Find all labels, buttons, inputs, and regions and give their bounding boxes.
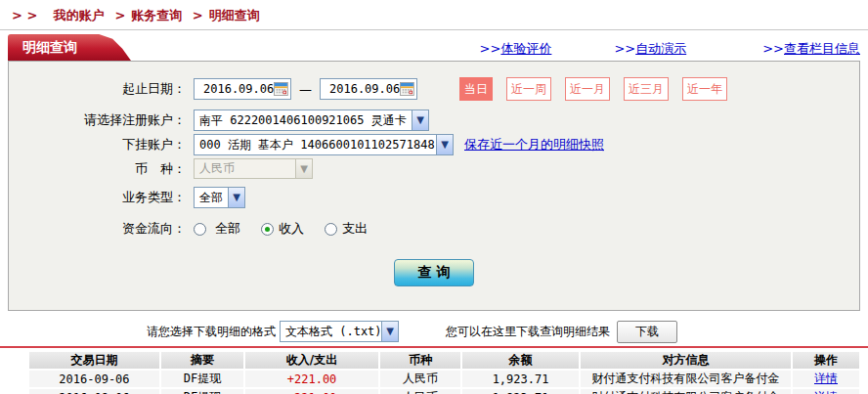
detail-link[interactable]: 详情 [814, 372, 838, 385]
flow-option-label: 收入 [279, 220, 304, 238]
breadcrumb-item-account-query[interactable]: 账务查询 [131, 8, 182, 22]
divider [0, 29, 868, 30]
download-hint: 您可以在这里下载查询明细结果 [446, 324, 610, 340]
cell-amount: +221.00 [245, 371, 378, 387]
date-range-row: 起止日期： 2016.09.06 — 2016.09.06 当日 近一周 近一月… [9, 77, 859, 101]
link-experience-review[interactable]: >>体验评价 [480, 40, 552, 58]
sub-account-row: 下挂账户： 000 活期 基本户 1406600101102571848 ▼ 保… [9, 134, 859, 155]
download-format-select[interactable]: 文本格式 (.txt) ▼ [280, 321, 399, 342]
cell-summary: DF提现 [161, 371, 243, 387]
table-header-row: 交易日期 摘要 收入/支出 币种 余额 对方信息 操作 [29, 352, 859, 369]
tab-title: 明细查询 [22, 39, 77, 55]
cell-summary: DF提现 [161, 389, 243, 394]
calendar-icon[interactable] [400, 81, 414, 97]
link-view-column-info[interactable]: >>查看栏目信息 [762, 40, 860, 58]
date-range-label: 起止日期： [9, 80, 186, 98]
radio-icon[interactable] [194, 223, 206, 236]
results-table: 交易日期 摘要 收入/支出 币种 余额 对方信息 操作 2016-09-06 D… [27, 350, 861, 394]
cell-currency: 人民币 [380, 389, 460, 394]
date-to-input[interactable]: 2016.09.06 [320, 78, 417, 100]
link-label: 自动演示 [635, 41, 686, 56]
header-date: 交易日期 [29, 352, 159, 369]
link-label: 查看栏目信息 [784, 41, 860, 56]
quick-range-year-button[interactable]: 近一年 [682, 77, 727, 101]
download-row: 请您选择下载明细的格式 文本格式 (.txt) ▼ 您可以在这里下载查询明细结果… [0, 320, 868, 343]
quick-range-month-button[interactable]: 近一月 [565, 77, 610, 101]
cell-amount: +221.00 [245, 389, 378, 394]
flow-option-all[interactable]: 全部 [194, 220, 240, 238]
breadcrumb-item-detail-query[interactable]: 明细查询 [209, 8, 260, 22]
register-account-label: 请选择注册账户： [9, 111, 186, 129]
link-prefix: >> [480, 41, 501, 56]
register-account-value: 南平 6222001406100921065 灵通卡 [195, 112, 412, 129]
calendar-icon[interactable] [274, 81, 288, 97]
date-to-value: 2016.09.06 [321, 82, 400, 96]
biz-type-row: 业务类型： 全部 ▼ [9, 187, 859, 208]
header-amount: 收入/支出 [245, 352, 378, 369]
quick-range-week-button[interactable]: 近一周 [506, 77, 551, 101]
chevron-down-icon[interactable]: ▼ [412, 110, 428, 130]
header-counterparty: 对方信息 [581, 352, 791, 369]
chevron-down-icon[interactable]: ▼ [436, 135, 453, 154]
chevron-down-icon[interactable]: ▼ [228, 188, 244, 207]
download-button[interactable]: 下载 [617, 321, 677, 343]
cell-counterparty: 财付通支付科技有限公司客户备付金 [581, 389, 791, 394]
table-row: 2016-09-06 DF提现 +221.00 人民币 1,923.71 财付通… [29, 389, 859, 394]
breadcrumb-prefix: > > [12, 8, 37, 22]
sub-account-label: 下挂账户： [9, 136, 186, 153]
cell-currency: 人民币 [380, 371, 460, 387]
page: > > 我的账户 >账务查询 >明细查询 明细查询 >>体验评价 >>自动演示 … [0, 0, 868, 394]
breadcrumb-separator: > [114, 8, 125, 22]
biz-type-label: 业务类型： [9, 189, 186, 206]
biz-type-select[interactable]: 全部 ▼ [194, 187, 245, 208]
header-currency: 币种 [380, 352, 460, 369]
breadcrumb-item-my-account[interactable]: 我的账户 [54, 8, 105, 22]
cell-balance: 1,923.71 [462, 371, 579, 387]
cell-action: 详情 [793, 371, 859, 387]
sub-account-select[interactable]: 000 活期 基本户 1406600101102571848 ▼ [194, 134, 454, 155]
chevron-down-icon: ▼ [295, 159, 312, 178]
chevron-down-icon[interactable]: ▼ [381, 322, 398, 341]
quick-range-quarter-button[interactable]: 近三月 [624, 77, 669, 101]
register-account-select[interactable]: 南平 6222001406100921065 灵通卡 ▼ [194, 109, 429, 131]
flow-option-expense[interactable]: 支出 [325, 220, 368, 238]
download-format-value: 文本格式 (.txt) [281, 324, 381, 340]
radio-icon[interactable] [325, 223, 337, 236]
radio-icon[interactable] [261, 223, 274, 236]
cell-date: 2016-09-06 [29, 371, 159, 387]
date-range-dash: — [299, 82, 312, 97]
detail-link[interactable]: 详情 [814, 390, 838, 394]
flow-option-income[interactable]: 收入 [261, 220, 304, 238]
flow-option-label: 全部 [215, 220, 240, 238]
currency-label: 币 种： [9, 160, 186, 178]
date-from-input[interactable]: 2016.09.06 [194, 78, 291, 100]
link-label: 体验评价 [500, 41, 551, 56]
sub-account-value: 000 活期 基本户 1406600101102571848 [195, 137, 436, 153]
query-form-panel: 起止日期： 2016.09.06 — 2016.09.06 当日 近一周 近一月… [8, 61, 860, 311]
save-snapshot-link[interactable]: 保存近一个月的明细快照 [464, 136, 604, 153]
link-auto-demo[interactable]: >>自动演示 [614, 40, 686, 58]
breadcrumb-separator: > [193, 8, 203, 22]
header-balance: 余额 [462, 352, 579, 369]
flow-radio-group: 全部 收入 支出 [194, 220, 388, 238]
flow-option-label: 支出 [342, 220, 368, 238]
currency-row: 币 种： 人民币 ▼ [9, 158, 859, 179]
currency-select: 人民币 ▼ [194, 158, 313, 179]
header-links: >>体验评价 >>自动演示 >>查看栏目信息 [480, 40, 860, 58]
flow-row: 资金流向： 全部 收入 支出 [9, 220, 859, 238]
cell-balance: 1,923.71 [462, 389, 579, 394]
breadcrumb: > > 我的账户 >账务查询 >明细查询 [12, 7, 260, 24]
header-summary: 摘要 [161, 352, 243, 369]
cell-counterparty: 财付通支付科技有限公司客户备付金 [581, 371, 791, 387]
cell-action: 详情 [793, 389, 859, 394]
currency-value: 人民币 [195, 160, 295, 177]
query-button[interactable]: 查 询 [394, 259, 474, 286]
link-prefix: >> [614, 41, 635, 56]
tab-detail-query[interactable]: 明细查询 [8, 34, 131, 61]
section-divider [0, 346, 868, 348]
quick-range-today-button[interactable]: 当日 [459, 77, 493, 101]
download-format-label: 请您选择下载明细的格式 [147, 324, 276, 340]
flow-label: 资金流向： [9, 220, 186, 238]
cell-date: 2016-09-06 [29, 389, 159, 394]
date-from-value: 2016.09.06 [195, 82, 274, 96]
